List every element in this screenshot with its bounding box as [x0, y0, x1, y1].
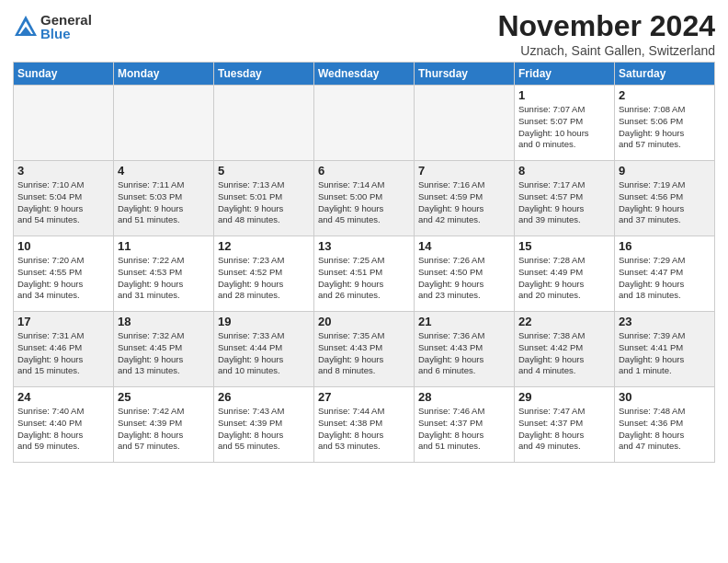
cell-info: Sunrise: 7:35 AMSunset: 4:43 PMDaylight:…	[318, 330, 410, 377]
logo-general: General	[40, 13, 92, 27]
cell-info: Sunrise: 7:28 AMSunset: 4:49 PMDaylight:…	[518, 255, 610, 302]
day-number: 6	[318, 164, 410, 178]
day-number: 13	[318, 239, 410, 253]
day-number: 14	[418, 239, 510, 253]
calendar-cell	[314, 86, 415, 161]
calendar-cell	[415, 86, 515, 161]
calendar-cell: 23Sunrise: 7:39 AMSunset: 4:41 PMDayligh…	[615, 312, 715, 387]
calendar-cell: 2Sunrise: 7:08 AMSunset: 5:06 PMDaylight…	[615, 86, 715, 161]
cell-info: Sunrise: 7:22 AMSunset: 4:53 PMDaylight:…	[118, 255, 210, 302]
cell-info: Sunrise: 7:10 AMSunset: 5:04 PMDaylight:…	[17, 179, 109, 226]
day-number: 27	[318, 390, 410, 404]
calendar-header-row: SundayMondayTuesdayWednesdayThursdayFrid…	[14, 63, 715, 86]
cell-info: Sunrise: 7:31 AMSunset: 4:46 PMDaylight:…	[17, 330, 109, 377]
calendar-week-2: 3Sunrise: 7:10 AMSunset: 5:04 PMDaylight…	[14, 161, 715, 236]
cell-info: Sunrise: 7:47 AMSunset: 4:37 PMDaylight:…	[518, 406, 610, 453]
cell-info: Sunrise: 7:33 AMSunset: 4:44 PMDaylight:…	[218, 330, 310, 377]
cell-info: Sunrise: 7:26 AMSunset: 4:50 PMDaylight:…	[418, 255, 510, 302]
calendar-cell: 27Sunrise: 7:44 AMSunset: 4:38 PMDayligh…	[314, 387, 415, 463]
calendar-cell: 6Sunrise: 7:14 AMSunset: 5:00 PMDaylight…	[314, 161, 415, 236]
location: Uznach, Saint Gallen, Switzerland	[497, 43, 715, 58]
title-block: November 2024 Uznach, Saint Gallen, Swit…	[497, 9, 715, 58]
calendar-cell: 5Sunrise: 7:13 AMSunset: 5:01 PMDaylight…	[214, 161, 314, 236]
day-header-sunday: Sunday	[14, 63, 114, 86]
calendar-week-3: 10Sunrise: 7:20 AMSunset: 4:55 PMDayligh…	[14, 236, 715, 312]
day-number: 12	[218, 239, 310, 253]
cell-info: Sunrise: 7:25 AMSunset: 4:51 PMDaylight:…	[318, 255, 410, 302]
cell-info: Sunrise: 7:42 AMSunset: 4:39 PMDaylight:…	[118, 406, 210, 453]
calendar-cell: 9Sunrise: 7:19 AMSunset: 4:56 PMDaylight…	[615, 161, 715, 236]
day-number: 20	[318, 315, 410, 328]
logo-blue: Blue	[40, 27, 92, 40]
cell-info: Sunrise: 7:40 AMSunset: 4:40 PMDaylight:…	[17, 406, 109, 453]
calendar-cell	[214, 86, 314, 161]
calendar-cell: 8Sunrise: 7:17 AMSunset: 4:57 PMDaylight…	[515, 161, 615, 236]
month-title: November 2024	[497, 9, 715, 43]
header: General Blue November 2024 Uznach, Saint…	[13, 9, 715, 58]
day-number: 25	[118, 390, 210, 404]
day-number: 10	[17, 239, 109, 253]
calendar-cell	[14, 86, 114, 161]
cell-info: Sunrise: 7:39 AMSunset: 4:41 PMDaylight:…	[619, 330, 711, 377]
cell-info: Sunrise: 7:08 AMSunset: 5:06 PMDaylight:…	[619, 104, 711, 151]
calendar-cell: 13Sunrise: 7:25 AMSunset: 4:51 PMDayligh…	[314, 236, 415, 312]
day-number: 5	[218, 164, 310, 178]
day-header-tuesday: Tuesday	[214, 63, 314, 86]
calendar-cell: 21Sunrise: 7:36 AMSunset: 4:43 PMDayligh…	[415, 312, 515, 387]
calendar-cell: 24Sunrise: 7:40 AMSunset: 4:40 PMDayligh…	[14, 387, 114, 463]
day-number: 16	[619, 239, 711, 253]
cell-info: Sunrise: 7:48 AMSunset: 4:36 PMDaylight:…	[619, 406, 711, 453]
day-number: 7	[418, 164, 510, 178]
calendar-cell: 10Sunrise: 7:20 AMSunset: 4:55 PMDayligh…	[14, 236, 114, 312]
day-number: 8	[518, 164, 610, 178]
cell-info: Sunrise: 7:43 AMSunset: 4:39 PMDaylight:…	[218, 406, 310, 453]
calendar-cell: 1Sunrise: 7:07 AMSunset: 5:07 PMDaylight…	[515, 86, 615, 161]
calendar-week-5: 24Sunrise: 7:40 AMSunset: 4:40 PMDayligh…	[14, 387, 715, 463]
calendar-cell: 29Sunrise: 7:47 AMSunset: 4:37 PMDayligh…	[515, 387, 615, 463]
calendar-cell: 18Sunrise: 7:32 AMSunset: 4:45 PMDayligh…	[114, 312, 214, 387]
calendar-week-4: 17Sunrise: 7:31 AMSunset: 4:46 PMDayligh…	[14, 312, 715, 387]
cell-info: Sunrise: 7:20 AMSunset: 4:55 PMDaylight:…	[17, 255, 109, 302]
cell-info: Sunrise: 7:17 AMSunset: 4:57 PMDaylight:…	[518, 179, 610, 226]
day-number: 2	[619, 88, 711, 102]
day-number: 18	[118, 315, 210, 328]
day-number: 11	[118, 239, 210, 253]
day-number: 23	[619, 315, 711, 328]
calendar-cell: 25Sunrise: 7:42 AMSunset: 4:39 PMDayligh…	[114, 387, 214, 463]
day-number: 15	[518, 239, 610, 253]
calendar-cell: 16Sunrise: 7:29 AMSunset: 4:47 PMDayligh…	[615, 236, 715, 312]
day-number: 30	[619, 390, 711, 404]
calendar-cell: 14Sunrise: 7:26 AMSunset: 4:50 PMDayligh…	[415, 236, 515, 312]
calendar-cell: 19Sunrise: 7:33 AMSunset: 4:44 PMDayligh…	[214, 312, 314, 387]
calendar-cell: 22Sunrise: 7:38 AMSunset: 4:42 PMDayligh…	[515, 312, 615, 387]
cell-info: Sunrise: 7:36 AMSunset: 4:43 PMDaylight:…	[418, 330, 510, 377]
calendar-cell: 20Sunrise: 7:35 AMSunset: 4:43 PMDayligh…	[314, 312, 415, 387]
calendar-cell: 3Sunrise: 7:10 AMSunset: 5:04 PMDaylight…	[14, 161, 114, 236]
cell-info: Sunrise: 7:32 AMSunset: 4:45 PMDaylight:…	[118, 330, 210, 377]
day-number: 17	[17, 315, 109, 328]
calendar-cell: 7Sunrise: 7:16 AMSunset: 4:59 PMDaylight…	[415, 161, 515, 236]
day-number: 29	[518, 390, 610, 404]
day-number: 3	[17, 164, 109, 178]
day-header-saturday: Saturday	[615, 63, 715, 86]
day-number: 4	[118, 164, 210, 178]
cell-info: Sunrise: 7:14 AMSunset: 5:00 PMDaylight:…	[318, 179, 410, 226]
cell-info: Sunrise: 7:44 AMSunset: 4:38 PMDaylight:…	[318, 406, 410, 453]
day-header-monday: Monday	[114, 63, 214, 86]
calendar: SundayMondayTuesdayWednesdayThursdayFrid…	[13, 62, 715, 463]
calendar-cell: 17Sunrise: 7:31 AMSunset: 4:46 PMDayligh…	[14, 312, 114, 387]
day-number: 24	[17, 390, 109, 404]
cell-info: Sunrise: 7:16 AMSunset: 4:59 PMDaylight:…	[418, 179, 510, 226]
day-number: 9	[619, 164, 711, 178]
logo: General Blue	[13, 13, 92, 40]
day-number: 28	[418, 390, 510, 404]
logo-text: General Blue	[40, 13, 92, 40]
cell-info: Sunrise: 7:19 AMSunset: 4:56 PMDaylight:…	[619, 179, 711, 226]
calendar-cell: 26Sunrise: 7:43 AMSunset: 4:39 PMDayligh…	[214, 387, 314, 463]
calendar-week-1: 1Sunrise: 7:07 AMSunset: 5:07 PMDaylight…	[14, 86, 715, 161]
page-container: General Blue November 2024 Uznach, Saint…	[0, 0, 728, 468]
cell-info: Sunrise: 7:23 AMSunset: 4:52 PMDaylight:…	[218, 255, 310, 302]
calendar-cell: 15Sunrise: 7:28 AMSunset: 4:49 PMDayligh…	[515, 236, 615, 312]
calendar-cell	[114, 86, 214, 161]
day-number: 26	[218, 390, 310, 404]
